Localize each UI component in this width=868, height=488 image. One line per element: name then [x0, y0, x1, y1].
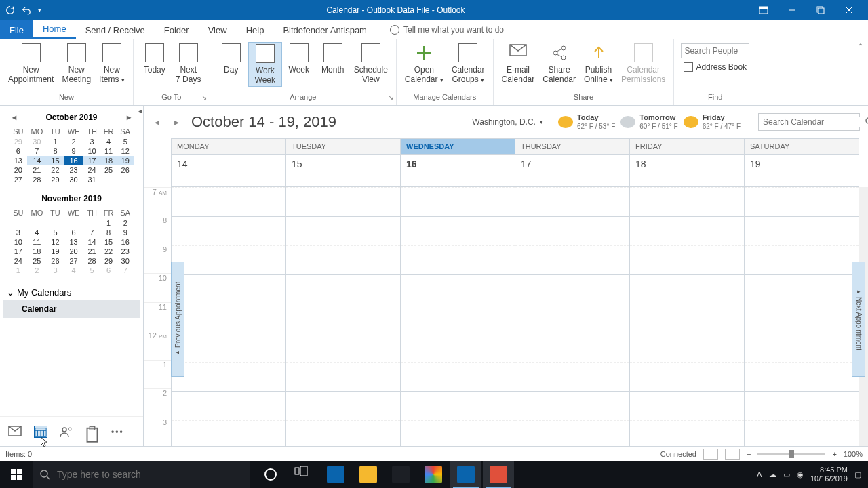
- mini-calendar-day[interactable]: 12: [47, 237, 64, 247]
- mini-calendar-day[interactable]: 12: [117, 146, 134, 156]
- mini-calendar-day[interactable]: 31: [83, 175, 100, 184]
- day-view-button[interactable]: Day: [214, 42, 248, 76]
- mini-calendar-day[interactable]: 21: [27, 165, 47, 175]
- new-meeting-button[interactable]: NewMeeting: [58, 42, 95, 85]
- mini-calendar-day[interactable]: 2: [27, 266, 47, 275]
- collapse-pane-icon[interactable]: ◂: [138, 107, 142, 115]
- mail-icon[interactable]: [8, 426, 22, 438]
- mini-calendar-day[interactable]: [117, 175, 134, 184]
- mini-calendar-day[interactable]: 2: [117, 218, 134, 228]
- mini-calendar-day[interactable]: 3: [9, 228, 27, 237]
- maximize-button[interactable]: [807, 1, 834, 20]
- day-column[interactable]: [400, 187, 515, 446]
- mini-calendar-day[interactable]: 28: [83, 256, 100, 266]
- mini-calendar-day[interactable]: 8: [47, 146, 64, 156]
- tray-wifi-icon[interactable]: ◉: [797, 470, 804, 479]
- search-people-input[interactable]: [681, 43, 749, 58]
- search-calendar-input[interactable]: [758, 113, 860, 131]
- previous-appointment-button[interactable]: ▸ Previous Appointment: [171, 262, 184, 377]
- next-month-icon[interactable]: ▸: [124, 113, 134, 122]
- mini-calendar-day[interactable]: 24: [9, 256, 27, 266]
- next-week-icon[interactable]: ▸: [172, 117, 182, 127]
- mini-calendar-day[interactable]: [83, 218, 100, 228]
- mini-calendar-day[interactable]: 15: [47, 156, 64, 165]
- tray-notifications-icon[interactable]: ▢: [854, 470, 861, 479]
- day-number[interactable]: 18: [629, 155, 744, 187]
- mini-calendar-day[interactable]: 23: [117, 247, 134, 256]
- mini-calendar-day[interactable]: [47, 218, 64, 228]
- mini-calendar-day[interactable]: 27: [64, 256, 84, 266]
- tab-folder[interactable]: Folder: [155, 20, 199, 39]
- mini-calendar-day[interactable]: 11: [100, 146, 117, 156]
- email-calendar-button[interactable]: E-mailCalendar: [498, 42, 539, 85]
- start-button[interactable]: [0, 461, 33, 488]
- mini-calendar-day[interactable]: 30: [64, 175, 84, 184]
- mini-calendar-day[interactable]: 7: [83, 228, 100, 237]
- zoom-slider[interactable]: [757, 453, 825, 455]
- mini-calendar-day[interactable]: 2: [64, 137, 84, 146]
- day-number[interactable]: 14: [171, 155, 285, 187]
- mini-calendar-day[interactable]: 24: [83, 165, 100, 175]
- taskbar-app-edge[interactable]: [320, 461, 351, 488]
- mini-calendar-day[interactable]: 18: [27, 247, 47, 256]
- tell-me-search[interactable]: Tell me what you want to do: [390, 20, 504, 39]
- weather-day[interactable]: Friday62° F / 47° F: [684, 113, 741, 130]
- new-items-button[interactable]: NewItems ▾: [95, 42, 129, 85]
- minimize-button[interactable]: [778, 1, 806, 20]
- mini-calendar-day[interactable]: 29: [100, 256, 117, 266]
- next-appointment-button[interactable]: ▸ Next Appointment: [852, 262, 865, 377]
- share-calendar-button[interactable]: ShareCalendar: [538, 42, 580, 85]
- day-column[interactable]: [744, 187, 859, 446]
- publish-online-button[interactable]: PublishOnline ▾: [580, 42, 617, 85]
- mini-calendar-day[interactable]: 1: [9, 266, 27, 275]
- mini-calendar-day[interactable]: 14: [27, 156, 47, 165]
- mini-calendar-day[interactable]: 25: [100, 165, 117, 175]
- mini-calendar-day[interactable]: 25: [27, 256, 47, 266]
- mini-calendar-day[interactable]: 11: [27, 237, 47, 247]
- mini-calendar-day[interactable]: 29: [9, 137, 27, 146]
- close-button[interactable]: [835, 1, 863, 20]
- mini-calendar-day[interactable]: 19: [117, 156, 134, 165]
- taskbar-app-outlook[interactable]: [450, 461, 481, 488]
- taskbar-app-cortana[interactable]: [255, 461, 286, 488]
- new-appointment-button[interactable]: NewAppointment: [4, 42, 58, 85]
- mini-calendar-day[interactable]: 29: [47, 175, 64, 184]
- mini-calendar-day[interactable]: 17: [9, 247, 27, 256]
- people-icon[interactable]: [60, 426, 73, 438]
- address-book-button[interactable]: Address Book: [681, 60, 749, 75]
- tasks-icon[interactable]: [85, 426, 99, 438]
- next-7-days-button[interactable]: Next7 Days: [172, 42, 205, 85]
- mini-calendar-day[interactable]: 3: [83, 137, 100, 146]
- taskbar-app-snagit[interactable]: [483, 461, 514, 488]
- ribbon-display-options-icon[interactable]: [750, 1, 777, 20]
- tray-battery-icon[interactable]: ▭: [783, 470, 790, 479]
- mini-calendar-day[interactable]: 4: [64, 266, 84, 275]
- day-header[interactable]: FRIDAY: [629, 138, 744, 155]
- day-column[interactable]: [515, 187, 629, 446]
- prev-week-icon[interactable]: ◂: [152, 117, 162, 127]
- mini-calendar-day[interactable]: [64, 218, 84, 228]
- tray-clock[interactable]: 8:45 PM 10/16/2019: [810, 466, 848, 483]
- mini-calendar-day[interactable]: 1: [100, 218, 117, 228]
- tab-file[interactable]: File: [0, 20, 33, 39]
- more-nav-icon[interactable]: •••: [111, 427, 124, 436]
- weather-day[interactable]: Today62° F / 53° F: [558, 113, 615, 130]
- my-calendars-header[interactable]: ⌄My Calendars: [3, 285, 140, 300]
- mini-calendar-day[interactable]: 10: [83, 146, 100, 156]
- work-week-view-button[interactable]: WorkWeek: [248, 42, 282, 87]
- mini-calendar-day[interactable]: 13: [64, 237, 84, 247]
- mini-calendar-day[interactable]: 23: [64, 165, 84, 175]
- zoom-in-button[interactable]: +: [832, 450, 836, 458]
- zoom-out-button[interactable]: −: [747, 450, 751, 458]
- tab-bitdefender[interactable]: Bitdefender Antispam: [273, 20, 376, 39]
- taskbar-app-chrome[interactable]: [418, 461, 449, 488]
- mini-calendar-day[interactable]: 17: [83, 156, 100, 165]
- calendar-groups-button[interactable]: CalendarGroups ▾: [448, 42, 489, 85]
- today-button[interactable]: Today: [138, 42, 172, 76]
- weather-location[interactable]: Washington, D.C.▾: [472, 117, 543, 127]
- day-number[interactable]: 19: [744, 155, 859, 187]
- mini-calendar-day[interactable]: 4: [100, 137, 117, 146]
- taskbar-app-microsoft-store[interactable]: [385, 461, 416, 488]
- undo-icon[interactable]: [22, 5, 31, 15]
- taskbar-app-taskview[interactable]: [288, 461, 319, 488]
